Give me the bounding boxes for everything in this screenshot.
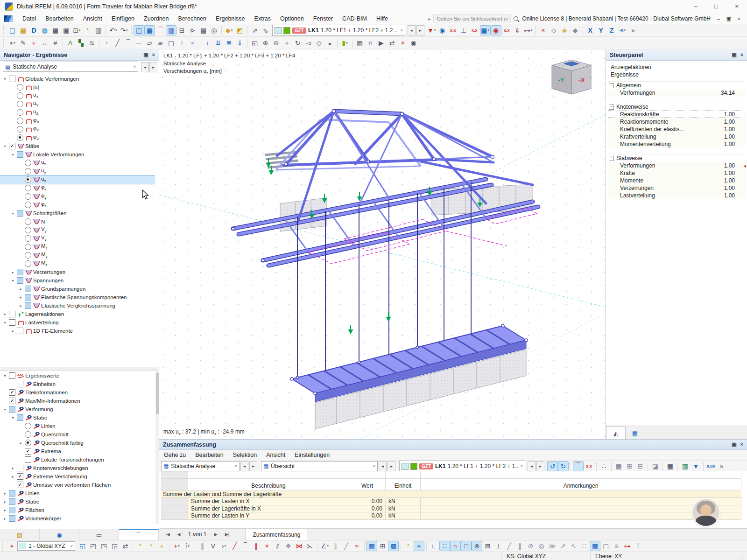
mirror-button[interactable]: ⇄ bbox=[387, 38, 397, 48]
case-next-button[interactable]: ▸ bbox=[536, 461, 544, 471]
checkbox-off[interactable] bbox=[9, 372, 15, 379]
display-navigator-toggle[interactable]: ▥ bbox=[166, 25, 176, 35]
toolbar-grip[interactable] bbox=[2, 542, 5, 550]
nav-prev-button[interactable]: ◂ bbox=[141, 62, 149, 72]
tab-scale-factors[interactable]: ◭ bbox=[606, 427, 626, 439]
new-arc-button[interactable]: ⌒ bbox=[123, 38, 134, 48]
factor-row-kraftverteilung[interactable]: Kraftverteilung1.00 bbox=[608, 133, 745, 140]
cell-beschreibung[interactable]: Summe der Lagerkräfte in X bbox=[188, 505, 349, 513]
result-values-button[interactable]: x.x bbox=[448, 25, 458, 35]
checkbox-off[interactable] bbox=[9, 319, 15, 326]
tree-item-max-min-informationen[interactable]: ✓Max/Min-Informationen bbox=[0, 397, 155, 405]
dim-spline-button[interactable]: ≈ bbox=[352, 541, 362, 551]
snap-node-button[interactable]: +▾ bbox=[171, 541, 182, 551]
tree-item--z[interactable]: φZ bbox=[0, 133, 155, 142]
tree-item-m-t[interactable]: MT bbox=[0, 243, 155, 251]
radio-off[interactable] bbox=[17, 101, 23, 107]
close-panel-icon[interactable]: × bbox=[740, 441, 743, 448]
tree-item--y[interactable]: φY bbox=[0, 125, 155, 133]
toolbar-grip[interactable] bbox=[3, 26, 5, 35]
object-snap-toggle[interactable]: ▩ bbox=[388, 541, 399, 551]
reaction-values-button[interactable]: x.x bbox=[469, 25, 480, 35]
grid-full-toggle[interactable]: ▦ bbox=[590, 541, 600, 551]
selection-pointer-toggle[interactable]: ⌖ bbox=[414, 541, 424, 551]
tree-item-stäbe[interactable]: ▾Stäbe bbox=[0, 413, 155, 422]
prev-page-button[interactable]: ◀ bbox=[173, 532, 184, 537]
table-add-button[interactable]: ⊞ bbox=[624, 461, 635, 471]
tree-item-u-y[interactable]: uY bbox=[0, 100, 155, 108]
factor-row-verformungen[interactable]: Verformungen1.00◂ bbox=[608, 162, 745, 169]
radio-off[interactable] bbox=[17, 118, 23, 124]
chevrons-button[interactable]: ≫ bbox=[547, 541, 557, 551]
tree-item--x[interactable]: φx bbox=[0, 184, 155, 192]
ellipse-snap-button[interactable]: ◎ bbox=[536, 541, 547, 551]
next-load-case-button[interactable]: ▸ bbox=[416, 25, 424, 35]
summary-next-button[interactable]: ▸ bbox=[249, 461, 257, 471]
radio-off[interactable] bbox=[25, 235, 31, 242]
factor-value[interactable]: 1.00 bbox=[708, 162, 735, 169]
work-plane-yz-button[interactable]: ◰ bbox=[88, 541, 99, 551]
tab-data[interactable]: ▨ bbox=[0, 529, 40, 540]
new-member-button[interactable]: ─ bbox=[134, 38, 144, 48]
first-page-button[interactable]: |◀ bbox=[162, 532, 173, 537]
plane-through-points-button[interactable]: ◲ bbox=[109, 541, 120, 551]
factor-value[interactable]: 1.00 bbox=[708, 111, 735, 118]
tree-expander-icon[interactable]: ▸ bbox=[18, 295, 24, 300]
radio-on[interactable] bbox=[17, 134, 23, 141]
new-star-button[interactable]: * bbox=[403, 541, 414, 551]
toolbar-overflow-button[interactable]: » bbox=[628, 25, 639, 35]
summary-load-case-combo[interactable]: GZT LK1 1.20 * LF1 + 1.20 * LF2 + 1.... … bbox=[399, 461, 525, 472]
radio-off[interactable] bbox=[17, 126, 23, 133]
radio-off[interactable] bbox=[17, 92, 23, 99]
radio-off[interactable] bbox=[25, 423, 31, 429]
tree-item-1d-fe-elemente[interactable]: ▸1D FE-Elemente bbox=[0, 327, 155, 335]
overflow-button[interactable]: » bbox=[716, 461, 727, 471]
renumber-button[interactable]: # bbox=[50, 38, 61, 48]
tree-expander-icon[interactable]: ▾ bbox=[10, 279, 16, 283]
checkbox-on[interactable]: ✓ bbox=[9, 398, 15, 404]
generate-trees-button[interactable]: ∆ bbox=[65, 38, 76, 48]
tree-expander-icon[interactable]: ▾ bbox=[2, 407, 8, 412]
summary-menu-einstellungen[interactable]: Einstellungen bbox=[290, 449, 334, 461]
result-xxx-button[interactable]: x.x bbox=[501, 25, 512, 35]
print-button[interactable]: ⊡▾ bbox=[71, 25, 82, 35]
menu-optionen[interactable]: Optionen bbox=[275, 13, 309, 24]
radio-off[interactable] bbox=[25, 218, 31, 225]
dim-parallel-button[interactable]: ∥ bbox=[330, 541, 341, 551]
user-avatar[interactable] bbox=[692, 499, 719, 526]
filter-results-button[interactable]: ▼▾ bbox=[426, 25, 437, 35]
filter-rows-button[interactable]: ◪ bbox=[650, 461, 661, 471]
generated-load-button[interactable]: ⇓ bbox=[234, 38, 245, 48]
tree-item-n[interactable]: N bbox=[0, 217, 155, 226]
coordinate-system-select[interactable]: 1 - Global XYZ ˅ bbox=[17, 541, 75, 551]
factor-value[interactable]: 1.00 bbox=[708, 119, 735, 125]
chevron-down-icon[interactable]: ˅ bbox=[400, 28, 402, 33]
tree-expander-icon[interactable]: ▾ bbox=[2, 77, 8, 81]
move-pattern-button[interactable]: ⇘ bbox=[260, 25, 271, 35]
chevron-down-icon[interactable]: ˅ bbox=[521, 464, 523, 469]
new-table-entry-button[interactable]: * bbox=[82, 25, 93, 35]
grid-lines-toggle[interactable]: ⊞ bbox=[377, 541, 388, 551]
camera-button[interactable]: ◉ bbox=[408, 38, 419, 48]
factor-row-koeffizienten-der-elastis[interactable]: Koeffizienten der elastis...1.00 bbox=[608, 126, 745, 133]
ortho-toggle[interactable]: □ bbox=[461, 541, 472, 551]
work-plane-xz-button[interactable]: ◳ bbox=[99, 541, 109, 551]
tree-expander-icon[interactable]: ▾ bbox=[2, 321, 8, 325]
clear-selection-button[interactable]: × bbox=[538, 25, 549, 35]
snap-arc-button[interactable]: ⌒ bbox=[240, 541, 251, 551]
case-prev-button[interactable]: ◂ bbox=[528, 461, 536, 471]
factor-value[interactable]: 1.00 bbox=[708, 170, 735, 176]
radio-off[interactable] bbox=[25, 431, 31, 438]
snap-fan-button[interactable]: V bbox=[208, 541, 218, 551]
sync-selection-button[interactable]: ↻ bbox=[558, 461, 569, 471]
checkbox-on[interactable]: ✓ bbox=[17, 482, 23, 488]
next-page-button[interactable]: ▶ bbox=[210, 532, 221, 537]
snap-circle-toggle[interactable]: ⊗ bbox=[472, 541, 482, 551]
tree-item-flächen[interactable]: ▸Flächen bbox=[0, 506, 155, 514]
checkbox-partial[interactable] bbox=[25, 294, 31, 301]
tree-item-m-y[interactable]: My bbox=[0, 251, 155, 259]
visibility-cube-button[interactable]: ◇ bbox=[549, 25, 559, 35]
summary-menu-gehe-zu[interactable]: Gehe zu bbox=[159, 449, 190, 461]
isometric-view-button[interactable]: ◇ bbox=[314, 38, 324, 48]
factor-value[interactable]: 1.00 bbox=[708, 177, 735, 184]
